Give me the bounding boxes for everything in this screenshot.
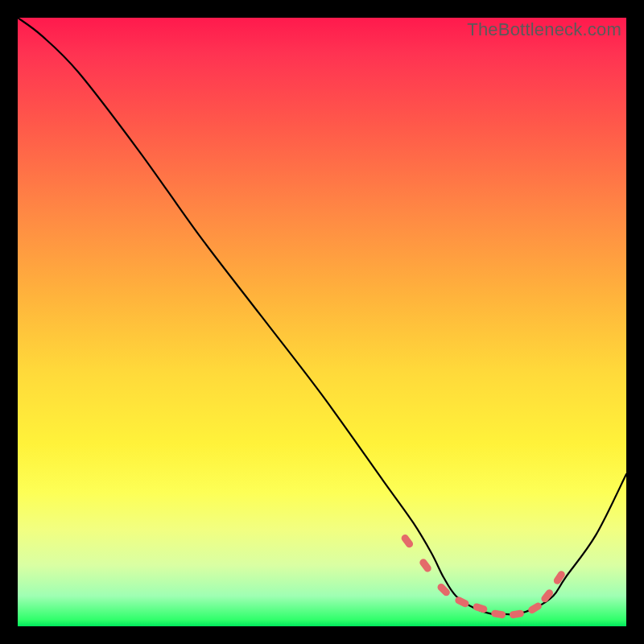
watermark-text: TheBottleneck.com: [467, 19, 621, 40]
marker-dash: [552, 570, 566, 586]
optimal-range-markers: [400, 533, 567, 619]
marker-dash: [509, 609, 524, 619]
chart-frame: TheBottleneck.com: [0, 0, 644, 644]
marker-dash: [436, 582, 452, 597]
plot-area: TheBottleneck.com: [18, 18, 626, 626]
curve-layer: [18, 18, 626, 614]
marker-dash: [527, 601, 543, 615]
chart-svg: [18, 18, 626, 626]
marker-dash: [400, 533, 415, 549]
marker-dash: [491, 609, 506, 619]
marker-dash: [473, 602, 489, 613]
bottleneck-curve: [18, 18, 626, 614]
marker-dash: [419, 558, 433, 574]
